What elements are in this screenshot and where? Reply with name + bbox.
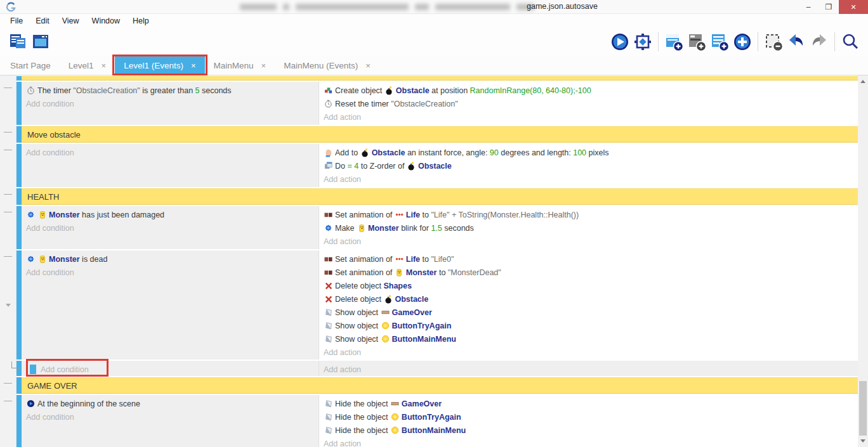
tab-close-icon[interactable]: × [102,61,107,70]
add-action-button[interactable]: Add action [319,363,858,376]
action-row[interactable]: Add to Obstacle an instant force, angle:… [319,146,858,159]
placeholder-label: Add condition [26,413,74,422]
add-event-icon [664,32,684,52]
add-condition-button[interactable]: Add condition [22,221,319,235]
toolbar [0,28,868,56]
menu-help[interactable]: Help [126,16,155,25]
tab-label: Level1 (Events) [124,61,183,70]
add-condition-button[interactable]: Add condition [22,97,319,110]
string-segment: "Life0" [431,255,454,264]
action-row[interactable]: Hide the object ButtonTryAgain [319,410,858,424]
text-segment: is greater than [140,86,195,95]
button-object-icon [381,321,390,330]
placeholder-label: Add condition [26,148,74,157]
action-row[interactable]: Do = 4 to Z-order of Obstacle [319,159,858,172]
object-name: Life [406,255,420,264]
comment-row-health[interactable]: HEALTH [16,188,858,205]
event-selection-bar [16,126,22,143]
restore-button[interactable]: ❐ [819,0,839,14]
preview-button[interactable] [608,30,631,53]
tab-label: Start Page [10,61,51,70]
tab-level1[interactable]: Level1 × [60,56,115,75]
menu-window[interactable]: Window [86,16,126,25]
tab-level1-events[interactable]: Level1 (Events) × [115,56,204,75]
action-row[interactable]: Show object ButtonMainMenu [319,332,858,346]
tab-close-icon[interactable]: × [191,61,196,70]
action-row[interactable]: Set animation of Life to "Life0" [319,252,858,266]
start-page-button[interactable] [29,30,52,53]
add-action-button[interactable]: Add action [319,110,858,124]
add-condition-button[interactable]: Add condition [22,266,319,279]
add-event-button[interactable] [662,30,685,53]
tab-close-icon[interactable]: × [261,61,266,70]
project-manager-button[interactable] [6,30,29,53]
actions-cell: Set animation of Life to "Life0" Set ani… [319,250,858,360]
window-title: game.json.autosave [527,2,598,11]
scrollbar-thumb[interactable] [859,381,867,436]
object-name: ButtonMainMenu [392,335,456,344]
add-action-button[interactable]: Add action [319,346,858,359]
comment-row-game-over[interactable]: GAME OVER [16,377,858,394]
scroll-up-icon[interactable] [860,80,865,83]
undo-button[interactable] [785,30,808,53]
action-row[interactable]: Delete object Obstacle [319,292,858,306]
event-selection-bar [16,188,22,205]
tab-mainmenu-events[interactable]: MainMenu (Events) × [275,56,379,75]
action-row[interactable]: Reset the timer "ObstacleCreation" [319,97,858,110]
text-segment: At the beginning of the scene [37,399,140,408]
project-manager-icon [8,32,27,51]
event-selection-bar [16,76,22,81]
action-row[interactable]: Make Monster blink for 1.5 seconds [319,221,858,235]
add-action-button[interactable]: Add action [319,437,858,447]
minimize-button[interactable]: – [798,0,819,14]
action-row[interactable]: Delete object Shapes [319,279,858,292]
add-item-button[interactable] [731,30,754,53]
action-row[interactable]: Set animation of Monster to "MonsterDead… [319,266,858,279]
redo-button[interactable] [808,30,831,53]
debug-button[interactable] [631,30,654,53]
add-comment-button[interactable] [708,30,731,53]
add-subevent-button[interactable] [685,30,708,53]
menu-edit[interactable]: Edit [29,16,56,25]
text-segment: is dead [80,255,108,264]
title-bar: game.json.autosave – ❐ ✕ [0,0,868,14]
placeholder-label: Add action [324,175,361,184]
gdevelop-logo-icon [5,2,16,12]
vertical-scrollbar[interactable] [858,75,868,447]
condition-row[interactable]: Monster has just been damaged [22,208,319,221]
add-condition-button[interactable]: Add condition [22,410,319,424]
number-segment: 100 [573,148,586,157]
add-action-button[interactable]: Add action [319,235,858,248]
obstacle-object-icon [385,86,394,95]
add-condition-button[interactable]: Add condition [22,146,319,159]
close-button[interactable]: ✕ [839,0,868,14]
tab-close-icon[interactable]: × [365,61,371,70]
action-row[interactable]: Show object ButtonTryAgain [319,319,858,332]
comment-row-move-obstacle[interactable]: Move obstacle [16,126,858,143]
condition-row[interactable]: The timer "ObstacleCreation" is greater … [22,84,319,97]
tab-start-page[interactable]: Start Page [1,56,60,75]
action-row[interactable]: Set animation of Life to "Life" + ToStri… [319,208,858,221]
action-row[interactable]: Hide the object ButtonMainMenu [319,424,858,437]
text-segment: Add to [335,148,360,157]
menu-view[interactable]: View [56,16,86,25]
delete-event-button[interactable] [762,30,785,53]
scroll-down-icon[interactable] [860,439,865,443]
condition-row[interactable]: At the beginning of the scene [22,397,319,410]
obstacle-object-icon [360,148,370,157]
condition-row[interactable]: Monster is dead [22,252,319,266]
action-row[interactable]: Create object Obstacle at position Rando… [319,84,858,97]
monster-object-icon [37,254,47,264]
search-icon [841,32,860,51]
menu-file[interactable]: File [4,16,29,25]
action-row[interactable]: Show object GameOver [319,306,858,319]
add-action-button[interactable]: Add action [319,172,858,186]
delete-event-icon [763,32,784,52]
search-button[interactable] [839,30,862,53]
button-object-icon [390,412,400,422]
action-row[interactable]: Hide the object GameOver [319,397,858,410]
number-segment: 1.5 [431,224,442,233]
tab-mainmenu[interactable]: MainMenu × [205,56,275,75]
add-condition-button[interactable]: Add condition [22,363,319,376]
comment-row-partial[interactable] [16,76,858,81]
